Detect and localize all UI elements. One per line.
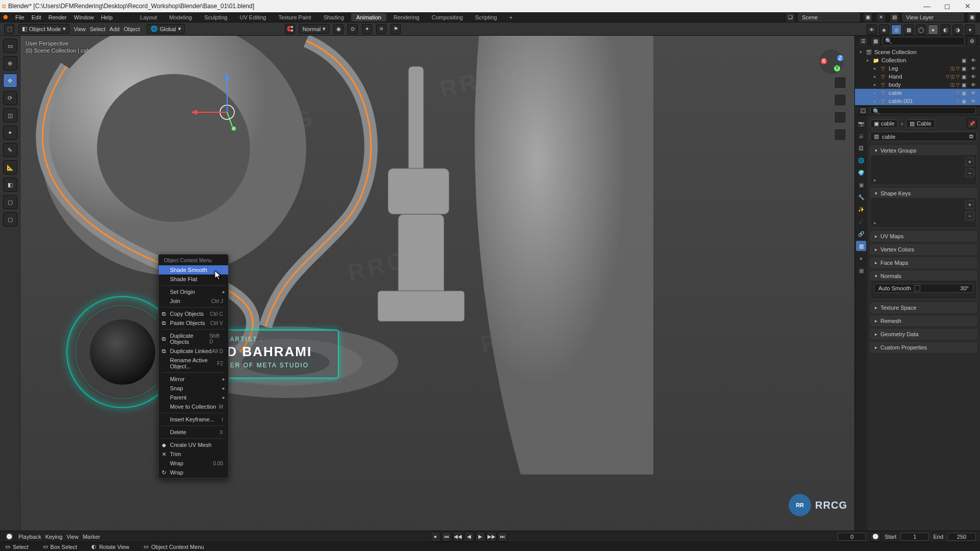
panel-header[interactable]: ▸Face Maps bbox=[871, 258, 976, 267]
viewport-toggle[interactable]: 👁 bbox=[971, 66, 978, 71]
menu-edit[interactable]: Edit bbox=[32, 14, 41, 20]
close-button[interactable]: ✕ bbox=[958, 2, 978, 10]
constraints-tab[interactable]: 🔗 bbox=[856, 229, 866, 239]
ctx-copy-objects[interactable]: Copy Objects⧉Ctrl C bbox=[159, 309, 228, 318]
rendered-shading[interactable]: ◑ bbox=[952, 24, 963, 35]
outliner-root[interactable]: ▾🎬Scene Collection bbox=[855, 48, 980, 56]
viewport-toggle[interactable]: 👁 bbox=[971, 98, 978, 104]
flag-icon[interactable]: ⚑ bbox=[390, 24, 401, 34]
jump-start[interactable]: ⏮ bbox=[442, 532, 452, 542]
gizmo-toggle[interactable]: ◈ bbox=[879, 24, 889, 35]
menu-file[interactable]: File bbox=[15, 14, 24, 20]
render-tab[interactable]: 📷 bbox=[856, 118, 866, 129]
start-frame[interactable]: 1 bbox=[900, 533, 929, 541]
outliner-item-cable[interactable]: ▸▽cable▽▣👁 bbox=[855, 89, 980, 97]
xray-toggle[interactable]: ▦ bbox=[903, 24, 914, 35]
view-layer-field[interactable]: View Layer bbox=[902, 13, 964, 21]
view-axis-gizmo[interactable]: Z X Y bbox=[818, 48, 845, 76]
add-button[interactable]: + bbox=[965, 200, 974, 209]
viewport-toggle[interactable]: 👁 bbox=[971, 74, 978, 80]
transform-tool[interactable]: ✦ bbox=[3, 126, 17, 140]
tab-sculpting[interactable]: Sculpting bbox=[199, 13, 232, 21]
frame-mode-icon[interactable]: 🕘 bbox=[870, 532, 880, 542]
particles-tab[interactable]: ✨ bbox=[856, 204, 866, 214]
ctx-wrap[interactable]: Wrap0.00 bbox=[159, 459, 228, 468]
end-frame[interactable]: 250 bbox=[947, 533, 976, 541]
hide-toggle[interactable]: ▣ bbox=[962, 58, 969, 63]
tab-scripting[interactable]: Scripting bbox=[470, 13, 502, 21]
panel-header[interactable]: ▸Vertex Colors bbox=[871, 245, 976, 254]
auto-smooth-checkbox[interactable] bbox=[914, 285, 920, 291]
panel-header[interactable]: ▸Geometry Data bbox=[871, 330, 976, 339]
tab-shading[interactable]: Shading bbox=[318, 13, 349, 21]
outliner-tree[interactable]: ▾🎬Scene Collection▸📁Collection▣👁▸▽Leg◫▽▣… bbox=[855, 47, 980, 106]
remove-button[interactable]: − bbox=[965, 168, 974, 178]
tab-compositing[interactable]: Compositing bbox=[427, 13, 468, 21]
hide-toggle[interactable]: ▣ bbox=[962, 98, 969, 104]
ctx-snap[interactable]: Snap▸ bbox=[159, 384, 228, 393]
viewport-toggle[interactable]: 👁 bbox=[971, 90, 978, 96]
ctx-rename-active-object-[interactable]: Rename Active Object...F2 bbox=[159, 356, 228, 371]
header-add[interactable]: Add bbox=[110, 26, 120, 32]
header-select[interactable]: Select bbox=[90, 26, 106, 32]
prev-key[interactable]: ◀◀ bbox=[453, 532, 463, 542]
viewlayer-tab[interactable]: 🖼 bbox=[856, 143, 866, 153]
ctx-set-origin[interactable]: Set Origin▸ bbox=[159, 287, 228, 296]
auto-smooth-row[interactable]: Auto Smooth30° bbox=[874, 284, 973, 293]
menu-window[interactable]: Window bbox=[74, 14, 94, 20]
mode-dropdown[interactable]: ◧ Object Mode ▾ bbox=[18, 24, 69, 34]
outliner-item-Hand[interactable]: ▸▽Hand▽◫▽▣👁 bbox=[855, 72, 980, 81]
hide-toggle[interactable]: ▣ bbox=[962, 74, 969, 80]
panel-header[interactable]: ▸Texture Space bbox=[871, 303, 976, 312]
scene-pin-button[interactable]: ✕ bbox=[876, 12, 886, 22]
panel-header[interactable]: ▾Shape Keys bbox=[871, 189, 976, 198]
auto-key-toggle[interactable]: ● bbox=[430, 532, 440, 542]
ctx-join[interactable]: JoinCtrl J bbox=[159, 296, 228, 306]
ctx-paste-objects[interactable]: Paste Objects⧉Ctrl V bbox=[159, 318, 228, 328]
overlay-toggle[interactable]: ◎ bbox=[891, 24, 901, 35]
datablock-users-icon[interactable]: ⧉ bbox=[969, 133, 973, 140]
scale-tool[interactable]: ◫ bbox=[3, 108, 17, 122]
play[interactable]: ▶ bbox=[475, 532, 485, 542]
menu-render[interactable]: Render bbox=[48, 14, 67, 20]
panel-header[interactable]: ▾Vertex Groups bbox=[871, 146, 976, 155]
outliner-item-body[interactable]: ▸▽body◫▽▣👁 bbox=[855, 81, 980, 89]
viewport-toggle[interactable]: 👁 bbox=[971, 58, 978, 63]
annotate-tool[interactable]: ✎ bbox=[3, 143, 17, 157]
ctx-create-uv-mesh[interactable]: Create UV Mesh◆ bbox=[159, 440, 228, 449]
add-button[interactable]: + bbox=[965, 157, 974, 166]
outliner-search[interactable]: 🔍 bbox=[883, 37, 965, 45]
add-workspace-button[interactable]: + bbox=[504, 13, 518, 21]
move-tool[interactable]: ✥ bbox=[3, 73, 17, 88]
timeline-keying[interactable]: Keying bbox=[45, 534, 63, 540]
header-object[interactable]: Object bbox=[124, 26, 140, 32]
tab-animation[interactable]: Animation bbox=[351, 13, 386, 21]
timeline-marker[interactable]: Marker bbox=[83, 534, 100, 540]
outliner-item-Leg[interactable]: ▸▽Leg◫▽▣👁 bbox=[855, 64, 980, 72]
tab-texture-paint[interactable]: Texture Paint bbox=[273, 13, 316, 21]
timeline-type-icon[interactable]: 🕘 bbox=[4, 532, 14, 542]
output-tab[interactable]: 🖨 bbox=[856, 131, 866, 141]
outliner-mode-icon[interactable]: ▦ bbox=[870, 36, 880, 46]
modifier-tab[interactable]: 🔧 bbox=[856, 192, 866, 202]
tab-rendering[interactable]: Rendering bbox=[388, 13, 425, 21]
tab-modeling[interactable]: Modeling bbox=[164, 13, 198, 21]
pivot-dropdown[interactable]: ⊙ bbox=[348, 24, 358, 34]
mesh-name-field[interactable]: ▥ cable ⧉ bbox=[870, 132, 977, 141]
current-frame[interactable]: 0 bbox=[838, 533, 866, 541]
orientation-dropdown[interactable]: 🌐 Global ▾ bbox=[147, 24, 185, 34]
header-view[interactable]: View bbox=[74, 26, 86, 32]
scene-name-field[interactable]: Scene bbox=[798, 13, 860, 21]
wireframe-shading[interactable]: ◯ bbox=[916, 24, 926, 35]
mesh-data-tab[interactable]: ▥ bbox=[856, 241, 866, 251]
select-tool[interactable]: ▭ bbox=[3, 39, 17, 53]
gizmo-dropdown[interactable]: ✦ bbox=[362, 24, 372, 34]
outliner-filter-icon[interactable]: ⚙ bbox=[967, 36, 977, 46]
camera-view-button[interactable] bbox=[834, 111, 846, 123]
next-key[interactable]: ▶▶ bbox=[486, 532, 497, 542]
scene-browse-icon[interactable]: ❏ bbox=[785, 12, 795, 22]
remove-button[interactable]: − bbox=[965, 211, 974, 220]
editor-type-icon[interactable]: ⬚ bbox=[4, 24, 14, 34]
extra-tool-1[interactable]: ▢ bbox=[3, 195, 17, 209]
outliner-item-cable-001[interactable]: ▸▽cable.001▽▣👁 bbox=[855, 97, 980, 105]
